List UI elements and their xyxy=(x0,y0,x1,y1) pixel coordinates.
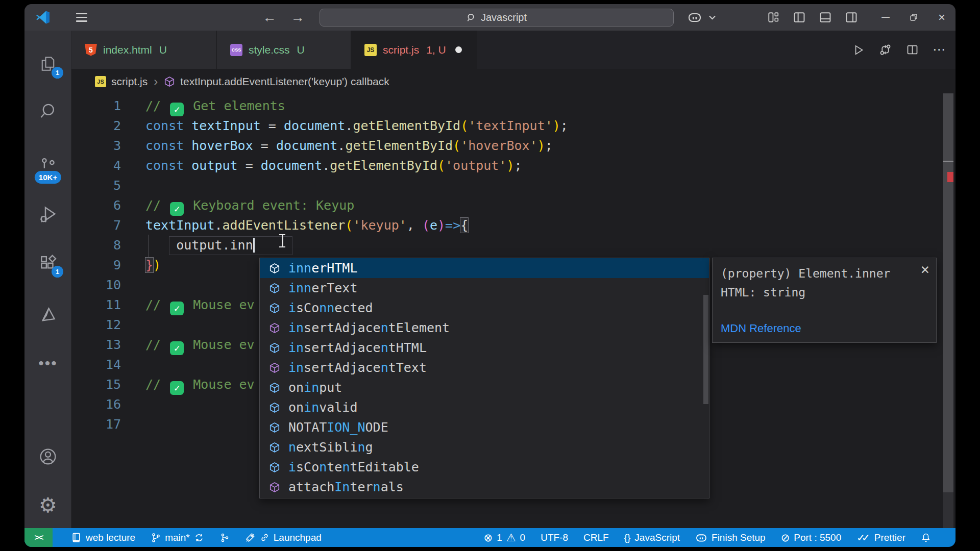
restore-button[interactable] xyxy=(903,4,924,31)
line-number: 9 xyxy=(71,255,121,275)
suggestion-label: innerHTML xyxy=(288,261,357,276)
scrollbar-thumb[interactable] xyxy=(943,93,953,492)
sidebar-item-search[interactable] xyxy=(24,93,71,129)
toggle-panel-icon[interactable] xyxy=(815,4,836,31)
checkmark-emoji: ✓ xyxy=(170,202,184,216)
chevron-down-icon[interactable] xyxy=(705,4,719,31)
sidebar-item-more-views[interactable]: ••• xyxy=(24,345,71,381)
symbol-field-icon xyxy=(269,422,280,433)
extensions-badge: 1 xyxy=(52,266,63,278)
sidebar-item-extensions[interactable]: 1 xyxy=(24,245,71,281)
close-icon[interactable]: ✕ xyxy=(920,263,930,277)
command-center-label: Javascript xyxy=(481,12,527,23)
toggle-sidebar-icon[interactable] xyxy=(789,4,810,31)
rocket-icon xyxy=(245,532,256,543)
workspace-item[interactable]: web lecture xyxy=(71,532,135,543)
symbol-field-icon xyxy=(269,402,280,413)
symbol-field-icon xyxy=(269,462,280,473)
git-branch-icon xyxy=(151,533,161,543)
sidebar-item-run-debug[interactable] xyxy=(24,196,71,232)
symbol-field-icon xyxy=(269,263,280,274)
title-bar: ← → Javascript ─ × xyxy=(24,4,955,31)
warning-count: 0 xyxy=(520,532,526,543)
checkmark-emoji: ✓ xyxy=(170,381,184,395)
line-number: 10 xyxy=(71,275,121,295)
suggestion-innerHTML[interactable]: innerHTML xyxy=(260,258,709,278)
suggestion-label: insertAdjacentText xyxy=(288,360,427,375)
back-button[interactable]: ← xyxy=(260,4,279,31)
suggest-list: innerHTMLinnerTextisConnectedinsertAdjac… xyxy=(260,258,709,497)
run-debug-icon xyxy=(38,204,58,224)
copilot-status-item[interactable]: Finish Setup xyxy=(695,532,766,543)
toggle-secondary-sidebar-icon[interactable] xyxy=(841,4,862,31)
suggestion-label: insertAdjacentHTML xyxy=(288,340,427,355)
close-button[interactable]: × xyxy=(932,4,952,31)
mouse-ibeam-cursor xyxy=(279,234,286,249)
launchpad-label: Launchpad xyxy=(274,532,322,543)
suggestion-label: oninvalid xyxy=(288,400,357,415)
suggest-doc-panel: (property) Element.inner HTML: string ✕ … xyxy=(712,258,937,343)
editor-scrollbar[interactable] xyxy=(943,93,953,528)
symbol-field-icon xyxy=(269,322,280,334)
suggestion-isContentEditable[interactable]: isContentEditable xyxy=(260,457,709,477)
suggestion-attachInternals[interactable]: attachInternals xyxy=(260,477,709,497)
mdn-reference-link[interactable]: MDN Reference xyxy=(721,322,801,335)
notifications-item[interactable] xyxy=(921,533,931,543)
problems-item[interactable]: ⊗ 1 ⚠ 0 xyxy=(484,532,526,544)
line-number: 17 xyxy=(71,414,121,434)
suggestion-innerText[interactable]: innerText xyxy=(260,278,709,298)
suggestion-nextSibling[interactable]: nextSibling xyxy=(260,437,709,457)
prettier-label: Prettier xyxy=(874,532,905,543)
checkmark-emoji: ✓ xyxy=(170,103,184,116)
line-number: 14 xyxy=(71,355,121,374)
sidebar-item-live-preview[interactable] xyxy=(24,297,71,333)
line-number: 15 xyxy=(71,374,121,394)
bell-icon xyxy=(921,533,931,543)
suggestion-insertAdjacentElement[interactable]: insertAdjacentElement xyxy=(260,318,709,338)
suggestion-label: attachInternals xyxy=(288,480,404,494)
remote-indicator[interactable]: >< xyxy=(24,528,53,547)
forward-button[interactable]: → xyxy=(288,4,307,31)
git-branch-item[interactable]: main* xyxy=(151,532,204,543)
status-bar: >< web lecture main* Launchpad ⊗ xyxy=(24,528,955,547)
symbol-field-icon xyxy=(269,482,280,493)
symbol-field-icon xyxy=(269,362,280,373)
workspace-label: web lecture xyxy=(86,532,135,543)
command-center-search[interactable]: Javascript xyxy=(320,9,674,27)
suggestion-NOTATION_NODE[interactable]: NOTATION_NODE xyxy=(260,417,709,437)
account-button[interactable] xyxy=(24,439,71,474)
copilot-icon[interactable] xyxy=(684,4,705,31)
settings-button[interactable]: ⚙ xyxy=(24,487,71,523)
line-number: 4 xyxy=(71,156,121,176)
explorer-badge: 1 xyxy=(52,67,63,79)
sidebar-item-source-control[interactable]: 10K+ xyxy=(24,148,71,184)
suggestion-oninput[interactable]: oninput xyxy=(260,378,709,397)
link-icon xyxy=(260,533,270,542)
port-item[interactable]: ⊘ Port : 5500 xyxy=(781,532,842,544)
minimize-button[interactable]: ─ xyxy=(875,4,896,31)
customize-layout-icon[interactable] xyxy=(763,4,783,31)
line-number: 13 xyxy=(71,335,121,355)
suggestion-isConnected[interactable]: isConnected xyxy=(260,298,709,318)
suggest-scrollbar[interactable] xyxy=(703,295,708,404)
suggestion-insertAdjacentText[interactable]: insertAdjacentText xyxy=(260,358,709,378)
menu-icon[interactable] xyxy=(71,4,92,31)
vscode-logo-icon xyxy=(32,4,54,31)
git-graph-item[interactable] xyxy=(219,533,230,543)
launchpad-item[interactable]: Launchpad xyxy=(245,532,322,543)
prettier-item[interactable]: ✓✓ Prettier xyxy=(856,532,905,544)
suggestion-insertAdjacentHTML[interactable]: insertAdjacentHTML xyxy=(260,338,709,358)
suggestion-oninvalid[interactable]: oninvalid xyxy=(260,397,709,417)
suggestion-label: nextSibling xyxy=(288,440,373,455)
language-item[interactable]: {} JavaScript xyxy=(624,532,680,543)
sidebar-item-explorer[interactable]: 1 xyxy=(24,46,71,82)
double-check-icon: ✓✓ xyxy=(856,532,870,544)
encoding-item[interactable]: UTF-8 xyxy=(541,532,568,543)
git-graph-icon xyxy=(219,533,230,543)
book-icon xyxy=(71,532,82,543)
activity-bar: 1 10K+ 1 ••• xyxy=(24,31,71,528)
eol-item[interactable]: CRLF xyxy=(583,532,609,543)
sync-icon xyxy=(194,533,204,543)
doc-signature-line2: HTML: string xyxy=(721,283,928,302)
line-number: 2 xyxy=(71,116,121,136)
